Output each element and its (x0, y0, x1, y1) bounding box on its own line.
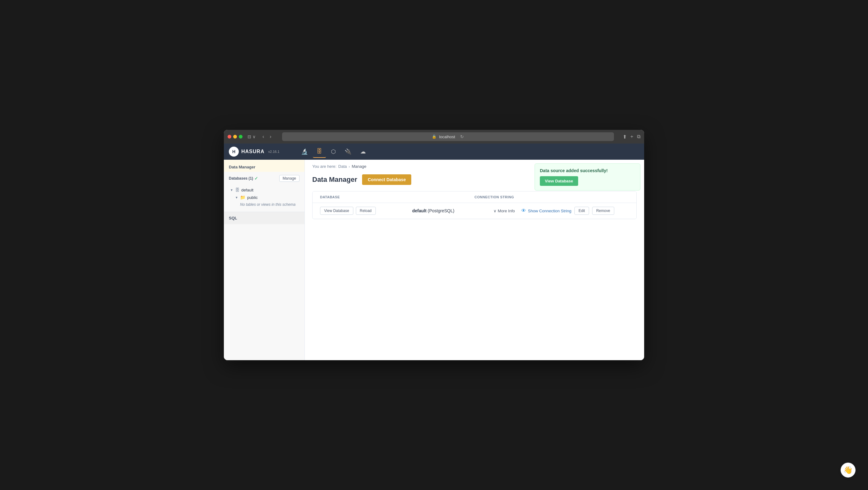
chevron-down-icon-2: ▼ (235, 196, 238, 199)
top-nav: H HASURA v2.16.1 🔬 🗄 ⬡ 🔌 ☁ (224, 144, 644, 160)
tabs-icon[interactable]: ⧉ (637, 134, 641, 140)
page-title: Data Manager (312, 176, 357, 184)
traffic-lights (227, 135, 243, 139)
tree-item-public[interactable]: ▼ 📁 public (224, 194, 305, 201)
title-bar: ⊟ ∨ ‹ › 🔒 localhost ↻ ⬆ + ⧉ (224, 130, 644, 144)
connection-string-cell: 👁 Show Connection String Edit Remove (521, 207, 629, 215)
sidebar-db-label: Databases (1) ✓ (229, 176, 258, 181)
close-button[interactable] (227, 135, 231, 139)
nav-buttons: ‹ › (260, 133, 273, 140)
back-button[interactable]: ‹ (260, 133, 266, 140)
tree-item-default[interactable]: ▼ 🗄 default (224, 186, 305, 194)
breadcrumb-prefix: You are here: (312, 164, 337, 169)
connect-database-button[interactable]: Connect Database (362, 174, 411, 185)
show-connection-string-button[interactable]: 👁 Show Connection String (521, 208, 571, 214)
breadcrumb-separator: › (349, 165, 350, 169)
app: H HASURA v2.16.1 🔬 🗄 ⬡ 🔌 ☁ Data Manager (224, 144, 644, 360)
logo-version: v2.16.1 (268, 150, 279, 153)
db-type-text: (PostgreSQL) (428, 208, 455, 213)
more-info-label: More Info (498, 209, 515, 213)
remove-button[interactable]: Remove (592, 207, 614, 215)
refresh-icon[interactable]: ↻ (460, 134, 464, 139)
wave-icon: 👋 (843, 466, 853, 474)
browser-window: ⊟ ∨ ‹ › 🔒 localhost ↻ ⬆ + ⧉ H HASURA v2.… (224, 130, 644, 360)
row-actions: View Database Reload (320, 207, 376, 215)
nav-cloud[interactable]: ☁ (356, 146, 370, 157)
view-database-button[interactable]: View Database (320, 207, 353, 215)
reload-button[interactable]: Reload (356, 207, 376, 215)
nav-icons: 🔬 🗄 ⬡ 🔌 ☁ (297, 146, 370, 158)
chat-button[interactable]: 👋 (841, 463, 856, 478)
url-display: localhost (439, 134, 455, 139)
show-conn-label: Show Connection String (528, 209, 571, 213)
nav-database[interactable]: 🗄 (313, 146, 326, 158)
main-area: Data Manager Databases (1) ✓ Manage ▼ 🗄 (224, 160, 644, 360)
notification-view-db-button[interactable]: View Database (540, 176, 578, 186)
lock-icon: 🔒 (432, 134, 436, 139)
eye-icon: 👁 (521, 208, 526, 214)
default-db-label: default (241, 188, 253, 192)
chevron-down-icon-3: ∨ (493, 209, 497, 213)
breadcrumb-data-link[interactable]: Data (338, 164, 347, 169)
minimize-button[interactable] (233, 135, 237, 139)
folder-icon: 📁 (240, 195, 245, 200)
db-name-bold: default (412, 208, 427, 213)
forward-button[interactable]: › (268, 133, 273, 140)
nav-plugin[interactable]: 🔌 (341, 146, 355, 157)
logo-text: HASURA (241, 149, 264, 154)
address-bar[interactable]: 🔒 localhost ↻ (282, 132, 614, 141)
health-check-icon: ✓ (254, 176, 258, 181)
database-icon: 🗄 (235, 187, 240, 192)
db-name-text: default (PostgreSQL) (412, 208, 454, 213)
sidebar-sql-item[interactable]: SQL (224, 212, 305, 224)
col-header-connection: CONNECTION STRING (474, 195, 629, 199)
col-header-database: DATABASE (320, 195, 474, 199)
hasura-logo: H (229, 147, 239, 157)
nav-graph[interactable]: ⬡ (327, 146, 340, 157)
window-controls: ⊟ ∨ (248, 134, 256, 139)
more-info-button[interactable]: ∨ More Info (491, 207, 518, 215)
sidebar-toggle-icon[interactable]: ⊟ ∨ (248, 134, 256, 139)
title-bar-actions: ⬆ + ⧉ (623, 134, 641, 140)
share-icon[interactable]: ⬆ (623, 134, 627, 140)
fullscreen-button[interactable] (239, 135, 243, 139)
notification-banner: Data source added successfully! View Dat… (534, 163, 641, 190)
nav-flask[interactable]: 🔬 (297, 146, 312, 157)
table-header: DATABASE CONNECTION STRING (313, 191, 637, 203)
logo-area: H HASURA v2.16.1 (229, 147, 297, 157)
manage-button[interactable]: Manage (279, 175, 300, 182)
edit-button[interactable]: Edit (575, 207, 589, 215)
chevron-down-icon: ▼ (230, 188, 233, 192)
sidebar: Data Manager Databases (1) ✓ Manage ▼ 🗄 (224, 160, 305, 360)
notification-title: Data source added successfully! (540, 168, 635, 173)
no-tables-message: No tables or views in this schema (224, 201, 305, 209)
sidebar-section-title: Data Manager (224, 160, 305, 172)
sidebar-tree: ▼ 🗄 default ▼ 📁 public No tables or view… (224, 185, 305, 210)
table-row: View Database Reload default (PostgreSQL… (313, 203, 637, 219)
public-schema-label: public (247, 195, 258, 200)
databases-count-text: Databases (1) (229, 176, 253, 181)
db-name-cell: default (PostgreSQL) (379, 208, 487, 214)
new-tab-icon[interactable]: + (630, 134, 633, 140)
breadcrumb-current: Manage (352, 164, 367, 169)
db-count-badge: Databases (1) ✓ (229, 176, 258, 181)
sidebar-databases-header: Databases (1) ✓ Manage (224, 172, 305, 185)
database-table: DATABASE CONNECTION STRING View Database… (312, 191, 637, 219)
